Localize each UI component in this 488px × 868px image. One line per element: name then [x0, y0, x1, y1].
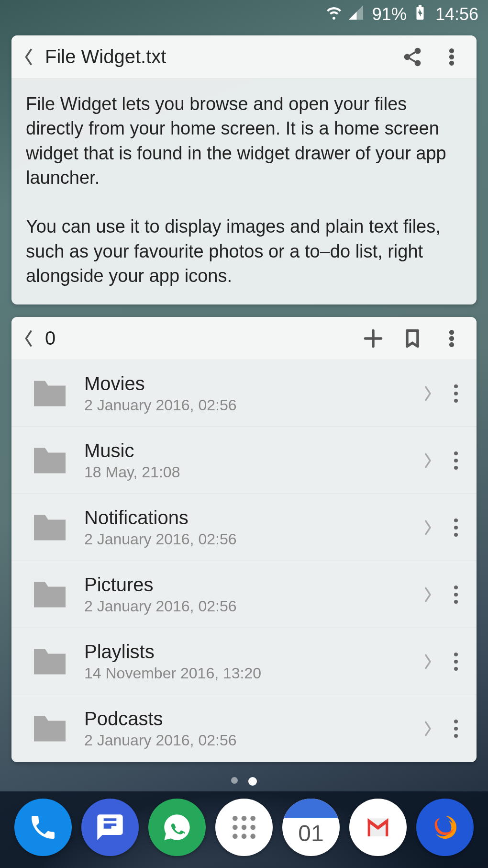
svg-point-22 [454, 660, 458, 664]
svg-point-2 [415, 60, 421, 66]
svg-point-32 [250, 825, 255, 830]
phone-app[interactable] [14, 799, 72, 856]
browser-widget-title: 0 [45, 327, 362, 349]
browser-back-button[interactable] [21, 327, 36, 350]
row-overflow-menu-button[interactable] [444, 384, 468, 403]
file-row[interactable]: Pictures 2 January 2016, 02:56 [11, 561, 477, 628]
row-overflow-menu-button[interactable] [444, 719, 468, 738]
svg-point-29 [250, 816, 255, 821]
svg-point-21 [454, 653, 458, 656]
text-widget-body: File Widget lets you browse and open you… [11, 79, 477, 304]
row-overflow-menu-button[interactable] [444, 451, 468, 470]
svg-point-10 [454, 392, 458, 395]
file-name: Notifications [84, 507, 418, 529]
battery-charging-icon [411, 4, 429, 25]
chevron-right-icon [418, 451, 437, 470]
bookmark-button[interactable] [401, 327, 424, 350]
browser-widget-header: 0 [11, 317, 477, 360]
svg-point-6 [450, 330, 454, 334]
chevron-right-icon [418, 518, 437, 537]
file-browser-widget: 0 Movies 2 January 2016, 02:56 [11, 317, 477, 762]
file-info: Movies 2 January 2016, 02:56 [74, 373, 418, 414]
svg-point-28 [242, 816, 247, 821]
folder-icon [26, 512, 74, 543]
svg-point-24 [454, 720, 458, 723]
signal-icon [347, 4, 365, 25]
svg-point-19 [454, 593, 458, 597]
file-list: Movies 2 January 2016, 02:56 Music 18 Ma… [11, 360, 477, 762]
add-button[interactable] [362, 327, 385, 350]
file-date: 18 May, 21:08 [84, 463, 418, 481]
svg-point-0 [415, 48, 421, 53]
row-overflow-menu-button[interactable] [444, 518, 468, 537]
file-date: 2 January 2016, 02:56 [84, 530, 418, 548]
file-name: Playlists [84, 641, 418, 663]
file-info: Playlists 14 November 2016, 13:20 [74, 641, 418, 682]
chevron-right-icon [418, 384, 437, 403]
svg-point-1 [405, 54, 410, 59]
firefox-app[interactable] [416, 799, 474, 856]
file-row[interactable]: Playlists 14 November 2016, 13:20 [11, 628, 477, 695]
file-date: 14 November 2016, 13:20 [84, 665, 418, 682]
svg-point-26 [454, 734, 458, 738]
file-row[interactable]: Movies 2 January 2016, 02:56 [11, 360, 477, 427]
svg-point-4 [450, 55, 454, 58]
svg-point-18 [454, 586, 458, 589]
clock-time: 14:56 [435, 4, 478, 24]
file-row[interactable]: Podcasts 2 January 2016, 02:56 [11, 695, 477, 762]
folder-icon [26, 646, 74, 677]
file-info: Pictures 2 January 2016, 02:56 [74, 574, 418, 615]
svg-point-20 [454, 600, 458, 604]
share-button[interactable] [401, 45, 424, 68]
folder-icon [26, 378, 74, 409]
file-name: Pictures [84, 574, 418, 596]
svg-point-8 [450, 342, 454, 346]
svg-point-14 [454, 466, 458, 470]
folder-icon [26, 579, 74, 610]
file-date: 2 January 2016, 02:56 [84, 396, 418, 414]
text-widget-title: File Widget.txt [45, 46, 401, 68]
app-drawer-button[interactable] [215, 799, 273, 856]
battery-percent: 91% [372, 4, 407, 24]
file-info: Notifications 2 January 2016, 02:56 [74, 507, 418, 548]
svg-point-33 [233, 834, 238, 839]
file-row[interactable]: Notifications 2 January 2016, 02:56 [11, 494, 477, 561]
browser-overflow-menu-button[interactable] [440, 327, 463, 350]
calendar-day-label: 01 [298, 820, 323, 846]
svg-point-7 [450, 337, 454, 340]
messages-app[interactable] [81, 799, 139, 856]
svg-point-11 [454, 399, 458, 403]
svg-point-35 [250, 834, 255, 839]
page-dot[interactable] [231, 777, 238, 784]
folder-icon [26, 445, 74, 476]
row-overflow-menu-button[interactable] [444, 652, 468, 671]
page-indicator[interactable] [0, 777, 488, 786]
svg-point-9 [454, 384, 458, 388]
chevron-right-icon [418, 585, 437, 604]
whatsapp-app[interactable] [148, 799, 206, 856]
gmail-app[interactable] [349, 799, 407, 856]
chevron-right-icon [418, 652, 437, 671]
row-overflow-menu-button[interactable] [444, 585, 468, 604]
svg-point-31 [242, 825, 247, 830]
dock: 01 [0, 791, 488, 868]
file-name: Music [84, 440, 418, 462]
file-name: Movies [84, 373, 418, 395]
overflow-menu-button[interactable] [440, 45, 463, 68]
text-viewer-widget: File Widget.txt File Widget lets you bro… [11, 35, 477, 304]
svg-point-23 [454, 667, 458, 671]
svg-point-16 [454, 526, 458, 530]
back-button[interactable] [21, 45, 36, 69]
file-row[interactable]: Music 18 May, 21:08 [11, 427, 477, 494]
svg-point-3 [450, 48, 454, 52]
wifi-icon [325, 4, 343, 25]
calendar-app[interactable]: 01 [282, 799, 340, 856]
chevron-right-icon [418, 719, 437, 738]
status-bar: 91% 14:56 [0, 0, 488, 29]
folder-icon [26, 713, 74, 744]
svg-point-12 [454, 451, 458, 455]
text-widget-header: File Widget.txt [11, 35, 477, 79]
file-info: Podcasts 2 January 2016, 02:56 [74, 708, 418, 749]
page-dot-active[interactable] [248, 777, 257, 786]
file-info: Music 18 May, 21:08 [74, 440, 418, 481]
